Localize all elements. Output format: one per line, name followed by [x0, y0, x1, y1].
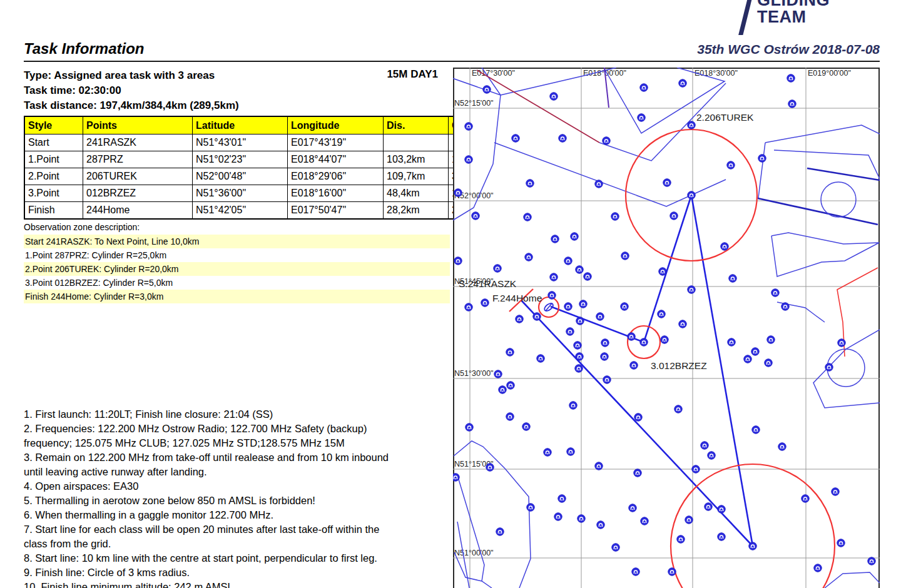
observation-line: 2.Point 206TUREK: Cylinder R=20,0km — [24, 262, 450, 276]
marker-dot — [724, 248, 725, 249]
marker-disc — [524, 213, 531, 221]
marker-dot — [553, 98, 554, 99]
marker-disc — [661, 336, 668, 343]
waypoint-marker-icon — [612, 544, 619, 551]
marker-dot — [568, 262, 569, 263]
waypoint-marker-icon — [554, 513, 562, 520]
waypoint-marker-icon — [767, 336, 775, 343]
marker-disc — [465, 156, 472, 163]
waypoint-marker-icon — [688, 286, 695, 293]
marker-dot — [497, 375, 499, 377]
marker-disc — [603, 376, 611, 383]
waypoint-marker-icon — [758, 155, 766, 162]
marker-disc — [522, 423, 530, 430]
waypoint-marker-icon — [537, 355, 544, 362]
marker-disc — [778, 443, 786, 450]
note-item: 3. Remain on 122.200 MHz from take-off u… — [24, 450, 462, 479]
marker-disc — [771, 289, 779, 297]
header-rule — [24, 61, 880, 62]
marker-disc — [496, 528, 504, 535]
marker-disc — [679, 79, 686, 87]
waypoint-marker-icon — [670, 212, 678, 220]
marker-disc — [579, 300, 587, 308]
marker-dot — [499, 533, 501, 534]
marker-dot — [790, 79, 792, 81]
marker-dot — [529, 185, 531, 186]
marker-disc — [781, 303, 789, 310]
waypoint-marker-icon — [659, 268, 666, 275]
marker-disc — [494, 370, 502, 378]
waypoint-marker-icon — [571, 233, 578, 240]
marker-disc — [641, 517, 648, 525]
marker-dot — [468, 308, 469, 310]
marker-disc — [621, 303, 628, 310]
airspace-boundary-thick — [758, 198, 878, 225]
table-cell: 103,2km — [384, 151, 449, 168]
marker-disc — [744, 355, 751, 363]
waypoint-marker-icon — [453, 474, 459, 481]
marker-disc — [621, 252, 629, 260]
waypoint-marker-icon — [454, 257, 462, 265]
waypoint-marker-icon — [771, 289, 779, 297]
marker-dot — [515, 139, 516, 141]
grid-label-latitude: N51°30'00" — [454, 369, 494, 378]
table-cell: N52°00'48" — [193, 168, 288, 185]
page-title: Task Information — [24, 40, 144, 58]
marker-dot — [770, 341, 771, 342]
marker-dot — [489, 469, 491, 470]
gliding-team-logo: GLIDING TEAM — [738, 0, 880, 35]
marker-dot — [835, 493, 836, 494]
waypoint-marker-icon — [558, 495, 566, 502]
marker-dot — [721, 510, 722, 512]
waypoint-marker-icon — [574, 342, 581, 349]
waypoint-marker-icon — [641, 517, 648, 525]
note-item: 6. When thermalling in a gaggle monitor … — [24, 508, 462, 522]
waypoint-marker-icon — [634, 413, 642, 421]
marker-dot — [691, 126, 692, 128]
waypoint-marker-icon — [765, 359, 772, 367]
marker-disc — [576, 317, 584, 325]
table-row: 1.Point287PRZN51°02'23"E018°44'07"103,2k… — [24, 151, 492, 168]
waypoint-marker-icon — [640, 84, 648, 91]
marker-dot — [574, 238, 575, 239]
waypoint-table: StylePointsLatitudeLongitudeDis.Crs. Sta… — [24, 116, 493, 220]
waypoint-marker-icon — [601, 353, 608, 360]
marker-disc — [465, 303, 472, 311]
marker-disc — [692, 465, 700, 473]
marker-dot — [732, 280, 733, 281]
marker-dot — [475, 217, 476, 218]
waypoint-marker-icon — [663, 179, 671, 186]
table-cell: 2.Point — [24, 168, 83, 185]
marker-disc — [544, 449, 551, 456]
marker-dot — [775, 294, 776, 295]
marker-disc — [584, 273, 591, 280]
marker-dot — [695, 470, 696, 472]
marker-dot — [781, 448, 783, 449]
marker-disc — [751, 348, 759, 355]
marker-dot — [731, 343, 732, 345]
waypoint-marker-icon — [705, 503, 712, 510]
marker-disc — [825, 363, 833, 371]
marker-dot — [598, 467, 599, 469]
marker-disc — [597, 521, 604, 529]
waypoint-marker-icon — [481, 299, 489, 307]
table-cell: 28,2km — [384, 202, 449, 220]
waypoint-marker-icon — [621, 303, 628, 310]
task-distance: Task distance: 197,4km/384,4km (289,5km) — [24, 98, 239, 113]
marker-disc — [837, 539, 845, 547]
marker-disc — [758, 155, 766, 162]
observation-line: Finish 244Home: Cylinder R=3,0km — [24, 290, 450, 303]
marker-dot — [682, 84, 683, 86]
waypoint-marker-icon — [576, 266, 583, 273]
marker-disc — [729, 275, 736, 282]
marker-disc — [628, 333, 635, 340]
waypoint-marker-icon — [499, 386, 506, 393]
waypoint-marker-icon — [688, 191, 695, 199]
marker-disc — [685, 516, 693, 524]
waypoint-marker-icon — [778, 443, 786, 450]
marker-disc — [708, 452, 715, 459]
table-cell: Finish — [24, 202, 83, 220]
waypoint-marker-icon — [685, 516, 693, 524]
waypoint-marker-icon — [674, 405, 682, 413]
marker-dot — [598, 185, 599, 186]
